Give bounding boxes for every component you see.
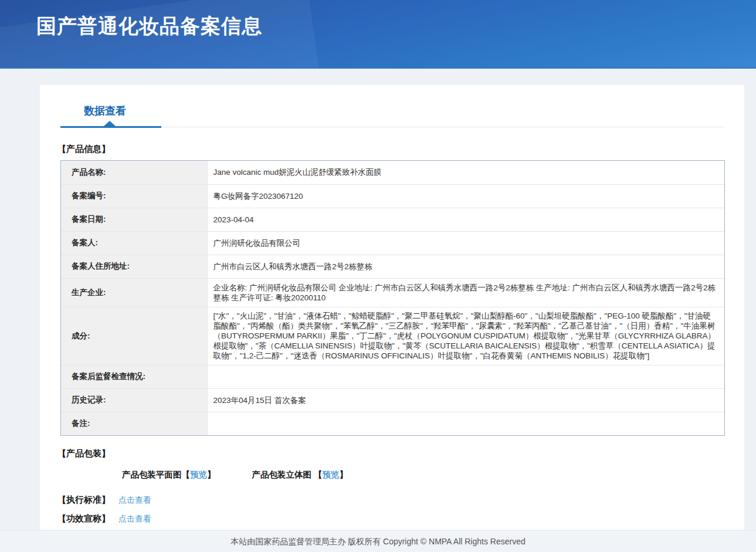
page-title: 国产普通化妆品备案信息	[36, 13, 262, 40]
content-card: 数据查看 【产品信息】 产品名称: Jane volcanic mud妍泥火山泥…	[40, 85, 744, 530]
packaging-stereo-preview-link[interactable]: 预览	[323, 470, 340, 479]
product-info-table: 产品名称: Jane volcanic mud妍泥火山泥舒缓紧致补水面膜 备案编…	[60, 160, 725, 436]
page-header: 国产普通化妆品备案信息	[0, 0, 756, 69]
row-label: 生产企业:	[61, 278, 207, 307]
efficacy-view-link[interactable]: 点击查看	[118, 514, 151, 523]
bracket: 】	[340, 470, 348, 479]
efficacy-row: 【功效宣称】点击查看	[57, 513, 744, 524]
standard-row: 【执行标准】点击查看	[57, 495, 744, 506]
tab-bar: 数据查看	[60, 101, 724, 127]
row-label: 成分:	[61, 307, 207, 365]
row-label: 产品名称:	[61, 161, 207, 184]
section-title-product-info: 【产品信息】	[57, 144, 744, 155]
packaging-previews: 产品包装平面图【预览】产品包装立体图 【预览】	[122, 469, 744, 480]
packaging-flat-preview-link[interactable]: 预览	[190, 470, 207, 479]
table-row-manufacturer: 生产企业: 企业名称: 广州润研化妆品有限公司 企业地址: 广州市白云区人和镇秀…	[61, 278, 724, 307]
table-row-registrant: 备案人: 广州润研化妆品有限公司	[61, 231, 724, 255]
tab-data-view[interactable]: 数据查看	[84, 104, 126, 118]
table-row-registration-number: 备案编号: 粤G妆网备字2023067120	[61, 184, 724, 208]
table-row-registrant-address: 备案人住所地址: 广州市白云区人和镇秀水塘西一路2号2栋整栋	[61, 255, 724, 278]
table-row-remarks: 备注:	[61, 412, 724, 435]
section-title-efficacy: 【功效宣称】	[57, 513, 110, 523]
row-label: 备案日期:	[61, 208, 207, 231]
row-value: 广州市白云区人和镇秀水塘西一路2号2栋整栋	[207, 255, 724, 278]
row-label: 备案人住所地址:	[61, 255, 207, 278]
table-row-supervision: 备案后监督检查情况:	[61, 365, 724, 388]
standard-view-link[interactable]: 点击查看	[118, 495, 151, 504]
row-value: 企业名称: 广州润研化妆品有限公司 企业地址: 广州市白云区人和镇秀水塘西一路2…	[207, 278, 724, 307]
table-row-product-name: 产品名称: Jane volcanic mud妍泥火山泥舒缓紧致补水面膜	[61, 161, 724, 184]
bracket: 】	[207, 470, 216, 479]
row-value: 粤G妆网备字2023067120	[207, 184, 724, 208]
table-row-ingredients: 成分: ["水"，"火山泥"，"甘油"，"液体石蜡"，"鲸蜡硬脂醇"，"聚二甲基…	[61, 307, 724, 365]
packaging-flat-label: 产品包装平面图	[122, 470, 182, 479]
row-value: 2023年04月15日 首次备案	[207, 388, 724, 412]
row-label: 备案编号:	[61, 184, 207, 208]
bracket: 【	[182, 470, 191, 479]
packaging-stereo-label: 产品包装立体图	[252, 470, 314, 479]
row-value	[207, 365, 724, 388]
table-row-registration-date: 备案日期: 2023-04-04	[61, 208, 724, 231]
row-label: 备案人:	[61, 231, 207, 255]
table-row-history: 历史记录: 2023年04月15日 首次备案	[61, 388, 724, 412]
section-title-standard: 【执行标准】	[57, 495, 110, 504]
row-label: 历史记录:	[61, 388, 207, 412]
row-value: 2023-04-04	[207, 208, 724, 231]
row-value	[207, 412, 724, 435]
nmpa-registration-page: { "header": { "title": "国产普通化妆品备案信息" }, …	[0, 0, 756, 552]
row-value: Jane volcanic mud妍泥火山泥舒缓紧致补水面膜	[207, 161, 724, 184]
page-footer: 本站由国家药品监督管理局主办 版权所有 Copyright © NMPA All…	[0, 530, 756, 552]
row-value: 广州润研化妆品有限公司	[207, 231, 724, 255]
row-label: 备注:	[61, 412, 207, 435]
tab-active-underline	[60, 126, 161, 128]
section-title-packaging: 【产品包装】	[57, 448, 744, 459]
tab-active-caret-icon	[104, 121, 116, 126]
row-value: ["水"，"火山泥"，"甘油"，"液体石蜡"，"鲸蜡硬脂醇"，"聚二甲基硅氧烷"…	[207, 307, 724, 365]
row-label: 备案后监督检查情况:	[61, 365, 207, 388]
bracket: 【	[314, 470, 323, 479]
